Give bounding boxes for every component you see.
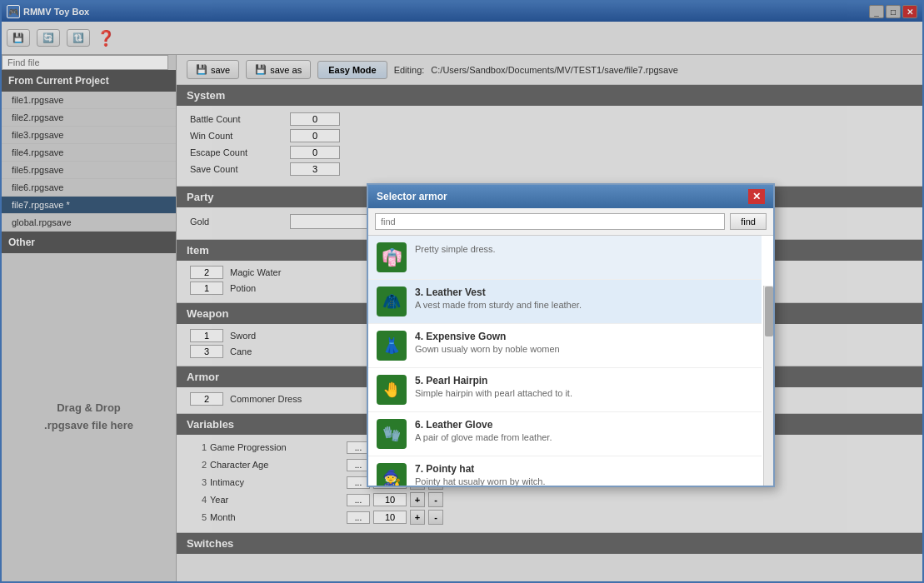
var-value-4[interactable] [373, 493, 407, 506]
save-button[interactable]: 💾 save [187, 60, 239, 79]
toolbar1: 💾 🔄 🔃 ❓ [2, 22, 922, 55]
sidebar-item-file4[interactable]: file4.rpgsave [2, 144, 176, 162]
modal-item-icon-6: 🧤 [377, 419, 407, 449]
var-dots-5[interactable] [347, 511, 370, 524]
save-as-button[interactable]: 💾 save as [246, 60, 311, 79]
modal-item-icon-5: 🤚 [377, 375, 407, 405]
save-label: save [211, 65, 230, 75]
var-num-3: 3 [190, 477, 207, 487]
sidebar-item-file3[interactable]: file3.rpgsave [2, 127, 176, 144]
battle-count-label: Battle Count [190, 114, 290, 124]
var-minus-5[interactable]: - [428, 510, 443, 525]
win-count-label: Win Count [190, 131, 290, 141]
find-file-input[interactable] [2, 55, 168, 70]
sidebar-item-file6[interactable]: file6.rpgsave [2, 179, 176, 197]
var-name-5: Month [210, 512, 343, 522]
var-name-3: Intimacy [210, 477, 343, 487]
editing-label: Editing: [394, 65, 425, 75]
save-floppy-icon: 💾 [196, 64, 207, 75]
modal-item-desc-5: Simple hairpin with pearl attached to it… [415, 388, 572, 398]
battle-count-row: Battle Count [190, 112, 909, 126]
escape-count-label: Escape Count [190, 147, 290, 157]
var-num-4: 4 [190, 495, 207, 505]
modal-item-name-4: 4. Expensive Gown [415, 331, 560, 342]
drag-drop-area: Drag & Drop.rpgsave file here [2, 253, 176, 581]
floppy-icon: 💾 [12, 32, 24, 43]
var-minus-4[interactable]: - [428, 492, 443, 507]
refresh-icon-btn[interactable]: 🔄 [37, 29, 60, 47]
other-section-header: Other [2, 232, 176, 253]
var-value-5[interactable] [373, 511, 407, 524]
escape-count-input[interactable] [290, 146, 340, 159]
sidebar-item-file7[interactable]: file7.rpgsave * [2, 197, 176, 214]
modal-item-7[interactable]: 🧙 7. Pointy hat Pointy hat usualy worn b… [368, 456, 762, 486]
cane-count[interactable] [190, 345, 223, 358]
system-section-content: Battle Count Win Count Escape Count Save… [177, 106, 922, 187]
modal-item-5[interactable]: 🤚 5. Pearl Hairpin Simple hairpin with p… [368, 368, 762, 412]
var-plus-5[interactable]: + [410, 510, 425, 525]
easy-mode-button[interactable]: Easy Mode [317, 61, 387, 79]
drag-drop-text: Drag & Drop.rpgsave file here [44, 400, 133, 435]
var-dots-4[interactable] [347, 494, 370, 506]
var-num-1: 1 [190, 442, 207, 452]
modal-item-name-7: 7. Pointy hat [415, 463, 546, 475]
var-name-4: Year [210, 495, 343, 505]
sidebar: From Current Project file1.rpgsave file2… [2, 55, 177, 581]
modal-close-button[interactable]: ✕ [748, 189, 765, 204]
save-icon-btn[interactable]: 💾 [7, 29, 30, 47]
save-count-row: Save Count [190, 162, 909, 176]
var-plus-4[interactable]: + [410, 492, 425, 507]
modal-item-name-3: 3. Leather Vest [415, 287, 582, 298]
modal-item-above[interactable]: 👘 Pretty simple dress. [368, 236, 762, 280]
modal-item-4[interactable]: 👗 4. Expensive Gown Gown usualy worn by … [368, 324, 762, 368]
modal-item-desc-7: Pointy hat usualy worn by witch. [415, 476, 546, 486]
var-num-2: 2 [190, 460, 207, 470]
var-name-1: Game Progression [210, 442, 343, 452]
modal-search-input[interactable] [375, 213, 725, 230]
main-toolbar: 💾 save 💾 save as Easy Mode Editing: C:/U… [177, 55, 922, 85]
modal-item-3[interactable]: 🧥 3. Leather Vest A vest made from sturd… [368, 280, 762, 324]
win-count-input[interactable] [290, 129, 340, 142]
close-button[interactable]: ✕ [902, 5, 917, 18]
modal-title: Selector armor [377, 191, 447, 202]
modal-item-icon-3: 🧥 [377, 287, 407, 316]
modal-find-button[interactable]: find [730, 213, 767, 230]
help-icon[interactable]: ❓ [97, 29, 115, 47]
modal-header: Selector armor ✕ [368, 185, 773, 208]
modal-scrollbar[interactable] [763, 286, 773, 486]
minimize-button[interactable]: _ [869, 5, 884, 18]
battle-count-input[interactable] [290, 112, 340, 126]
var-row-4: 4 Year + - [190, 492, 909, 507]
modal-item-desc-4: Gown usualy worn by noble women [415, 344, 560, 354]
sidebar-item-global[interactable]: global.rpgsave [2, 214, 176, 232]
modal-item-icon-7: 🧙 [377, 463, 407, 486]
sidebar-item-file5[interactable]: file5.rpgsave [2, 162, 176, 179]
title-icon: 🎮 [7, 5, 20, 18]
var-row-5: 5 Month + - [190, 510, 909, 525]
sidebar-item-file1[interactable]: file1.rpgsave [2, 92, 176, 109]
sword-count[interactable] [190, 329, 223, 342]
sidebar-item-file2[interactable]: file2.rpgsave [2, 109, 176, 127]
modal-item-text-above: Pretty simple dress. [415, 242, 496, 254]
system-section-header: System [177, 85, 922, 106]
commoner-dress-count[interactable] [190, 392, 223, 406]
var-name-2: Character Age [210, 460, 343, 470]
modal-item-6[interactable]: 🧤 6. Leather Glove A pair of glove made … [368, 412, 762, 456]
modal-item-text-7: 7. Pointy hat Pointy hat usualy worn by … [415, 463, 546, 486]
win-count-row: Win Count [190, 129, 909, 142]
modal-item-desc-3: A vest made from sturdy and fine leather… [415, 300, 582, 310]
modal-list: 👘 Pretty simple dress. 🧥 3. Leather Vest… [368, 236, 773, 486]
maximize-button[interactable]: □ [886, 5, 901, 18]
modal-item-icon-dress: 👘 [377, 242, 407, 272]
modal-item-desc-6: A pair of glove made from leather. [415, 432, 552, 442]
magic-water-count[interactable] [190, 266, 223, 279]
save-count-input[interactable] [290, 162, 340, 176]
modal-item-text-3: 3. Leather Vest A vest made from sturdy … [415, 287, 582, 310]
modal-item-desc-above: Pretty simple dress. [415, 244, 496, 254]
modal-scroll-thumb[interactable] [765, 287, 773, 336]
potion-count[interactable] [190, 282, 223, 295]
switches-section-header: Switches [177, 533, 922, 554]
modal-list-container: 👘 Pretty simple dress. 🧥 3. Leather Vest… [368, 236, 773, 486]
modal-item-name-6: 6. Leather Glove [415, 419, 552, 431]
arrows-icon-btn[interactable]: 🔃 [67, 29, 90, 47]
